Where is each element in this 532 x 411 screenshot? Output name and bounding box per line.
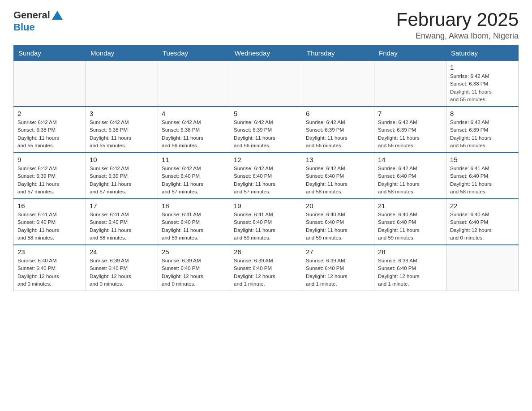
day-info: Sunrise: 6:42 AM Sunset: 6:39 PM Dayligh… [234, 119, 298, 150]
day-info: Sunrise: 6:40 AM Sunset: 6:40 PM Dayligh… [17, 257, 82, 288]
table-row: 25Sunrise: 6:39 AM Sunset: 6:40 PM Dayli… [158, 245, 230, 291]
day-number: 7 [378, 110, 442, 117]
day-info: Sunrise: 6:41 AM Sunset: 6:40 PM Dayligh… [162, 211, 226, 242]
page-header: General Blue February 2025 Enwang, Akwa … [13, 9, 519, 41]
logo-icon [51, 10, 64, 21]
table-row: 22Sunrise: 6:40 AM Sunset: 6:40 PM Dayli… [446, 199, 519, 245]
day-number: 19 [234, 202, 298, 210]
day-number: 27 [306, 248, 370, 256]
table-row: 15Sunrise: 6:41 AM Sunset: 6:40 PM Dayli… [446, 153, 519, 199]
day-info: Sunrise: 6:42 AM Sunset: 6:39 PM Dayligh… [378, 119, 442, 150]
calendar-week-row: 1Sunrise: 6:42 AM Sunset: 6:38 PM Daylig… [14, 61, 519, 107]
table-row: 7Sunrise: 6:42 AM Sunset: 6:39 PM Daylig… [374, 107, 446, 153]
table-row: 6Sunrise: 6:42 AM Sunset: 6:39 PM Daylig… [302, 107, 374, 153]
table-row: 3Sunrise: 6:42 AM Sunset: 6:38 PM Daylig… [86, 107, 158, 153]
calendar-table: Sunday Monday Tuesday Wednesday Thursday… [13, 45, 519, 291]
day-info: Sunrise: 6:42 AM Sunset: 6:38 PM Dayligh… [90, 119, 154, 150]
table-row [446, 245, 519, 291]
day-info: Sunrise: 6:39 AM Sunset: 6:40 PM Dayligh… [90, 257, 154, 288]
day-info: Sunrise: 6:42 AM Sunset: 6:39 PM Dayligh… [17, 165, 82, 196]
table-row [374, 61, 446, 107]
calendar-week-row: 2Sunrise: 6:42 AM Sunset: 6:38 PM Daylig… [14, 107, 519, 153]
day-number: 24 [90, 248, 154, 256]
month-year-title: February 2025 [396, 9, 519, 30]
day-info: Sunrise: 6:42 AM Sunset: 6:39 PM Dayligh… [450, 119, 515, 150]
table-row: 10Sunrise: 6:42 AM Sunset: 6:39 PM Dayli… [86, 153, 158, 199]
table-row: 9Sunrise: 6:42 AM Sunset: 6:39 PM Daylig… [14, 153, 86, 199]
header-monday: Monday [86, 46, 158, 61]
calendar-title-block: February 2025 Enwang, Akwa Ibom, Nigeria [396, 9, 519, 41]
day-info: Sunrise: 6:42 AM Sunset: 6:40 PM Dayligh… [306, 165, 370, 196]
day-number: 4 [162, 110, 226, 117]
day-number: 16 [17, 202, 82, 210]
day-number: 1 [450, 64, 515, 71]
table-row: 18Sunrise: 6:41 AM Sunset: 6:40 PM Dayli… [158, 199, 230, 245]
logo: General Blue [13, 9, 64, 33]
day-number: 25 [162, 248, 226, 256]
day-info: Sunrise: 6:42 AM Sunset: 6:38 PM Dayligh… [17, 119, 82, 150]
day-number: 20 [306, 202, 370, 210]
day-info: Sunrise: 6:42 AM Sunset: 6:40 PM Dayligh… [162, 165, 226, 196]
day-number: 15 [450, 156, 515, 163]
table-row: 21Sunrise: 6:40 AM Sunset: 6:40 PM Dayli… [374, 199, 446, 245]
day-number: 18 [162, 202, 226, 210]
day-number: 13 [306, 156, 370, 163]
day-info: Sunrise: 6:38 AM Sunset: 6:40 PM Dayligh… [378, 257, 442, 288]
calendar-week-row: 23Sunrise: 6:40 AM Sunset: 6:40 PM Dayli… [14, 245, 519, 291]
day-info: Sunrise: 6:42 AM Sunset: 6:38 PM Dayligh… [450, 73, 515, 103]
header-thursday: Thursday [302, 46, 374, 61]
day-info: Sunrise: 6:39 AM Sunset: 6:40 PM Dayligh… [306, 257, 370, 288]
day-info: Sunrise: 6:41 AM Sunset: 6:40 PM Dayligh… [17, 211, 82, 242]
location-text: Enwang, Akwa Ibom, Nigeria [396, 31, 519, 41]
table-row: 14Sunrise: 6:42 AM Sunset: 6:40 PM Dayli… [374, 153, 446, 199]
day-info: Sunrise: 6:40 AM Sunset: 6:40 PM Dayligh… [306, 211, 370, 242]
day-number: 10 [90, 156, 154, 163]
table-row: 5Sunrise: 6:42 AM Sunset: 6:39 PM Daylig… [230, 107, 302, 153]
day-number: 3 [90, 110, 154, 117]
day-number: 14 [378, 156, 442, 163]
day-number: 28 [378, 248, 442, 256]
header-tuesday: Tuesday [158, 46, 230, 61]
day-info: Sunrise: 6:40 AM Sunset: 6:40 PM Dayligh… [450, 211, 515, 242]
day-number: 9 [17, 156, 82, 163]
svg-marker-0 [52, 11, 63, 20]
day-number: 12 [234, 156, 298, 163]
table-row: 28Sunrise: 6:38 AM Sunset: 6:40 PM Dayli… [374, 245, 446, 291]
day-number: 11 [162, 156, 226, 163]
table-row: 23Sunrise: 6:40 AM Sunset: 6:40 PM Dayli… [14, 245, 86, 291]
day-info: Sunrise: 6:42 AM Sunset: 6:39 PM Dayligh… [306, 119, 370, 150]
day-info: Sunrise: 6:42 AM Sunset: 6:39 PM Dayligh… [90, 165, 154, 196]
table-row [302, 61, 374, 107]
table-row: 1Sunrise: 6:42 AM Sunset: 6:38 PM Daylig… [446, 61, 519, 107]
weekday-header-row: Sunday Monday Tuesday Wednesday Thursday… [14, 46, 519, 61]
day-info: Sunrise: 6:41 AM Sunset: 6:40 PM Dayligh… [90, 211, 154, 242]
table-row: 16Sunrise: 6:41 AM Sunset: 6:40 PM Dayli… [14, 199, 86, 245]
header-saturday: Saturday [446, 46, 519, 61]
header-wednesday: Wednesday [230, 46, 302, 61]
logo-blue-text: Blue [13, 21, 35, 33]
day-number: 23 [17, 248, 82, 256]
logo-general-text: General [13, 9, 50, 21]
day-info: Sunrise: 6:42 AM Sunset: 6:40 PM Dayligh… [378, 165, 442, 196]
table-row: 24Sunrise: 6:39 AM Sunset: 6:40 PM Dayli… [86, 245, 158, 291]
day-info: Sunrise: 6:39 AM Sunset: 6:40 PM Dayligh… [234, 257, 298, 288]
calendar-week-row: 16Sunrise: 6:41 AM Sunset: 6:40 PM Dayli… [14, 199, 519, 245]
table-row [86, 61, 158, 107]
day-number: 22 [450, 202, 515, 210]
day-number: 21 [378, 202, 442, 210]
day-number: 26 [234, 248, 298, 256]
table-row: 17Sunrise: 6:41 AM Sunset: 6:40 PM Dayli… [86, 199, 158, 245]
table-row [14, 61, 86, 107]
table-row: 26Sunrise: 6:39 AM Sunset: 6:40 PM Dayli… [230, 245, 302, 291]
day-info: Sunrise: 6:42 AM Sunset: 6:38 PM Dayligh… [162, 119, 226, 150]
table-row [158, 61, 230, 107]
table-row: 19Sunrise: 6:41 AM Sunset: 6:40 PM Dayli… [230, 199, 302, 245]
day-number: 2 [17, 110, 82, 117]
table-row: 27Sunrise: 6:39 AM Sunset: 6:40 PM Dayli… [302, 245, 374, 291]
header-friday: Friday [374, 46, 446, 61]
table-row: 8Sunrise: 6:42 AM Sunset: 6:39 PM Daylig… [446, 107, 519, 153]
header-sunday: Sunday [14, 46, 86, 61]
day-number: 8 [450, 110, 515, 117]
day-info: Sunrise: 6:42 AM Sunset: 6:40 PM Dayligh… [234, 165, 298, 196]
table-row: 13Sunrise: 6:42 AM Sunset: 6:40 PM Dayli… [302, 153, 374, 199]
